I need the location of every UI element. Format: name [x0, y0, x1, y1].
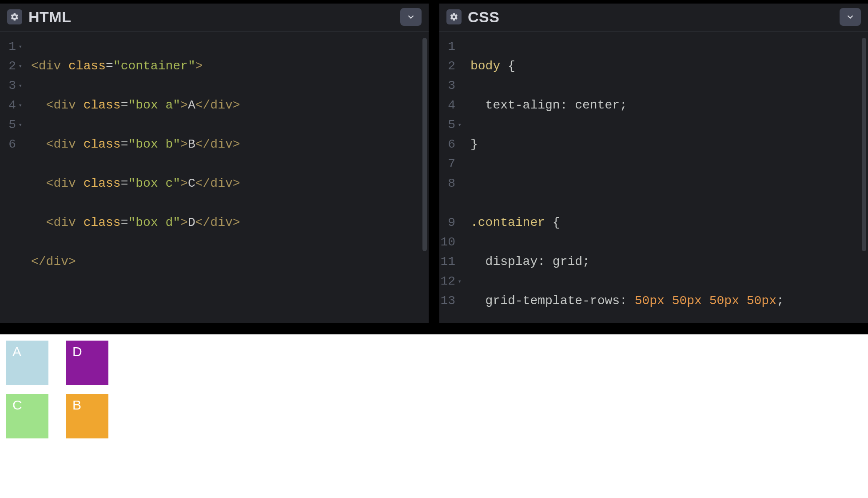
box-c: C [6, 394, 48, 438]
css-code[interactable]: body { text-align: center; } .container … [465, 32, 868, 323]
output-preview: A D C B [0, 334, 868, 498]
html-gutter: 1▾ 2▾ 3▾ 4▾ 5▾ 6 [0, 32, 26, 323]
grid-container: A D C B [6, 341, 862, 438]
scrollbar[interactable] [862, 38, 866, 251]
panel-splitter[interactable] [429, 4, 439, 323]
html-panel-header: HTML [0, 4, 429, 32]
chevron-down-icon[interactable] [400, 8, 422, 26]
gear-icon[interactable] [446, 9, 462, 24]
html-code-editor[interactable]: 1▾ 2▾ 3▾ 4▾ 5▾ 6 <div class="container">… [0, 32, 429, 323]
horizontal-splitter[interactable] [0, 323, 868, 334]
gear-icon[interactable] [7, 9, 22, 24]
css-panel-header: CSS [439, 4, 868, 32]
box-b: B [66, 394, 108, 438]
html-panel-title: HTML [28, 8, 71, 26]
css-panel: CSS 1 2 3 4 5▾ 6 7 8 9 10 11 12▾ 13 [439, 4, 868, 323]
html-panel: HTML 1▾ 2▾ 3▾ 4▾ 5▾ 6 <div class="contai… [0, 4, 429, 323]
scrollbar[interactable] [422, 38, 427, 251]
box-a: A [6, 341, 48, 385]
chevron-down-icon[interactable] [840, 8, 861, 26]
css-code-editor[interactable]: 1 2 3 4 5▾ 6 7 8 9 10 11 12▾ 13 body { t… [439, 32, 868, 323]
box-d: D [66, 341, 108, 385]
css-panel-title: CSS [468, 8, 499, 26]
css-gutter: 1 2 3 4 5▾ 6 7 8 9 10 11 12▾ 13 [439, 32, 465, 323]
html-code[interactable]: <div class="container"> <div class="box … [26, 32, 429, 323]
editor-area: HTML 1▾ 2▾ 3▾ 4▾ 5▾ 6 <div class="contai… [0, 3, 868, 323]
